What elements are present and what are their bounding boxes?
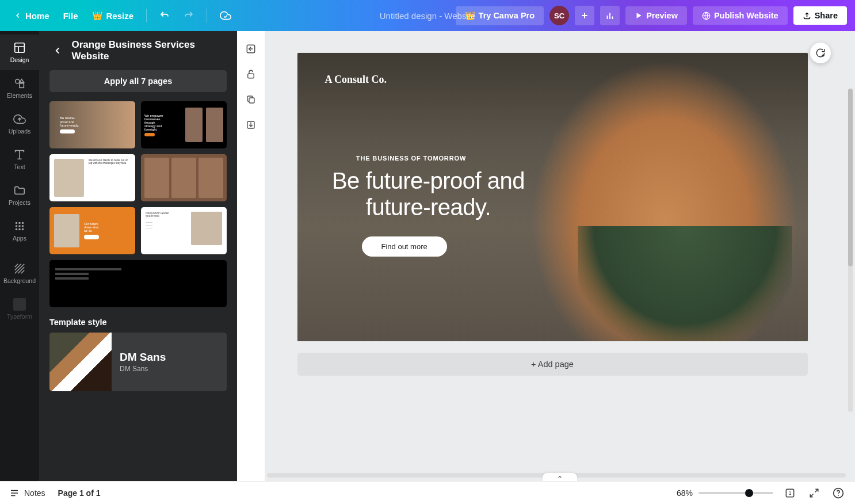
- typeform-icon: [13, 298, 26, 311]
- style-section-label: Template style: [49, 318, 227, 327]
- rail-label: Design: [10, 56, 29, 63]
- user-avatar[interactable]: SC: [549, 6, 569, 25]
- share-button[interactable]: Share: [793, 6, 847, 25]
- scrollbar-thumb[interactable]: [848, 89, 853, 266]
- svg-rect-33: [249, 98, 254, 103]
- fullscreen-button[interactable]: [807, 486, 822, 501]
- template-page-thumb[interactable]: We arm our clients to come out on top wi…: [49, 154, 135, 201]
- page-animate-button[interactable]: [242, 40, 259, 58]
- undo-button[interactable]: [154, 7, 175, 24]
- template-page-thumb[interactable]: Be future-proof andfuture-ready.: [49, 101, 135, 148]
- page-count-icon: 1: [784, 487, 796, 499]
- help-icon: [833, 487, 844, 499]
- import-icon: [246, 120, 256, 130]
- rail-label: Projects: [9, 199, 30, 206]
- bar-chart-icon: [605, 10, 615, 21]
- rail-text[interactable]: Text: [0, 142, 39, 177]
- resize-button[interactable]: 👑 Resize: [86, 7, 140, 24]
- bottombar-right: 68% 1: [677, 486, 846, 501]
- redo-button[interactable]: [178, 7, 200, 24]
- publish-button[interactable]: Publish Website: [693, 6, 788, 25]
- add-collaborator-button[interactable]: [575, 6, 594, 25]
- add-page-button[interactable]: + Add page: [297, 353, 808, 376]
- undo-icon: [159, 10, 170, 21]
- page-drawer-toggle[interactable]: [543, 473, 577, 481]
- svg-rect-32: [248, 74, 254, 78]
- template-page-thumb[interactable]: [49, 260, 227, 307]
- regenerate-fab[interactable]: [810, 43, 831, 63]
- template-page-thumb[interactable]: [141, 154, 227, 201]
- template-page-thumbnails: Be future-proof andfuture-ready. We empo…: [49, 101, 227, 307]
- rail-apps[interactable]: Apps: [0, 213, 39, 249]
- rail-background[interactable]: Background: [0, 255, 39, 291]
- zoom-value[interactable]: 68%: [677, 488, 693, 498]
- page-indicator[interactable]: Page 1 of 1: [58, 488, 101, 498]
- rail-label: Typeform: [7, 313, 32, 320]
- template-page-thumb[interactable]: We empowerbusinessesthroughstrategy andf…: [141, 101, 227, 148]
- design-page[interactable]: A Consult Co. THE BUSINESS OF TOMORROW B…: [297, 53, 808, 341]
- panel-collapse-handle[interactable]: [236, 239, 237, 273]
- grid-view-button[interactable]: 1: [783, 486, 797, 501]
- zoom-control: 68%: [677, 488, 773, 498]
- style-font-sub: DM Sans: [120, 365, 166, 373]
- style-font-name: DM Sans: [120, 351, 166, 364]
- file-label: File: [63, 11, 78, 21]
- chevron-up-icon: [556, 474, 563, 480]
- style-info: DM Sans DM Sans: [120, 351, 166, 373]
- vertical-scrollbar[interactable]: [848, 89, 853, 412]
- rail-uploads[interactable]: Uploads: [0, 106, 39, 142]
- rail-label: Apps: [13, 235, 26, 242]
- rail-design[interactable]: Design: [0, 35, 39, 70]
- cloud-upload-icon: [13, 113, 26, 125]
- style-swatch: [49, 333, 112, 391]
- svg-line-44: [810, 494, 813, 497]
- zoom-slider-knob[interactable]: [745, 489, 753, 497]
- help-button[interactable]: [831, 486, 846, 501]
- home-button[interactable]: Home: [8, 7, 55, 24]
- svg-point-20: [16, 225, 18, 227]
- resize-label: Resize: [106, 11, 134, 21]
- apply-all-button[interactable]: Apply all 7 pages: [49, 70, 227, 92]
- try-pro-label: Try Canva Pro: [479, 11, 535, 20]
- preview-button[interactable]: Preview: [625, 6, 687, 25]
- top-menu-bar: Home File 👑 Resize Untitled design - Web…: [0, 0, 855, 31]
- brand-logo-text[interactable]: A Consult Co.: [325, 74, 780, 86]
- notes-button[interactable]: Notes: [9, 488, 45, 498]
- play-icon: [635, 12, 643, 20]
- kicker-text[interactable]: THE BUSINESS OF TOMORROW: [325, 155, 498, 162]
- page-lock-button[interactable]: [242, 66, 259, 83]
- headline-text[interactable]: Be future-proof and future-ready.: [325, 167, 532, 220]
- notes-icon: [9, 488, 20, 498]
- plus-icon: [580, 11, 589, 20]
- crown-icon: 👑: [92, 10, 103, 21]
- svg-point-25: [22, 228, 24, 231]
- cta-button[interactable]: Find out more: [362, 236, 447, 257]
- rail-typeform[interactable]: Typeform: [0, 291, 39, 327]
- canvas-area[interactable]: A Consult Co. THE BUSINESS OF TOMORROW B…: [265, 31, 855, 481]
- redo-icon: [184, 10, 194, 21]
- cloud-sync-button[interactable]: [214, 6, 237, 25]
- main-area: Design Elements Uploads Text Projects Ap…: [0, 31, 855, 481]
- template-page-thumb[interactable]: Our culturedrives whatwe do.: [49, 207, 135, 254]
- zoom-slider[interactable]: [698, 492, 773, 494]
- file-menu[interactable]: File: [58, 7, 84, 24]
- template-style-card[interactable]: DM Sans DM Sans: [49, 333, 227, 391]
- panel-back-button[interactable]: [49, 42, 66, 59]
- topbar-left-group: Home File 👑 Resize: [8, 6, 237, 25]
- document-title[interactable]: Untitled design - Website: [380, 11, 475, 21]
- rail-elements[interactable]: Elements: [0, 70, 39, 106]
- svg-point-24: [18, 228, 21, 231]
- preview-label: Preview: [646, 11, 678, 20]
- panel-header: Orange Business Services Website: [49, 39, 227, 62]
- rail-label: Background: [3, 277, 36, 284]
- chevron-left-icon: [14, 12, 22, 20]
- canvas-stack: A Consult Co. THE BUSINESS OF TOMORROW B…: [297, 53, 808, 376]
- analytics-button[interactable]: [600, 6, 620, 25]
- template-page-thumb[interactable]: FREQUENTLY ASKEDQUESTIONS—————————: [141, 207, 227, 254]
- rail-projects[interactable]: Projects: [0, 177, 39, 213]
- rail-label: Elements: [7, 92, 32, 99]
- page-duplicate-button[interactable]: [242, 91, 259, 108]
- grid-icon: [13, 220, 26, 232]
- page-link-button[interactable]: [242, 116, 259, 133]
- publish-label: Publish Website: [714, 11, 778, 20]
